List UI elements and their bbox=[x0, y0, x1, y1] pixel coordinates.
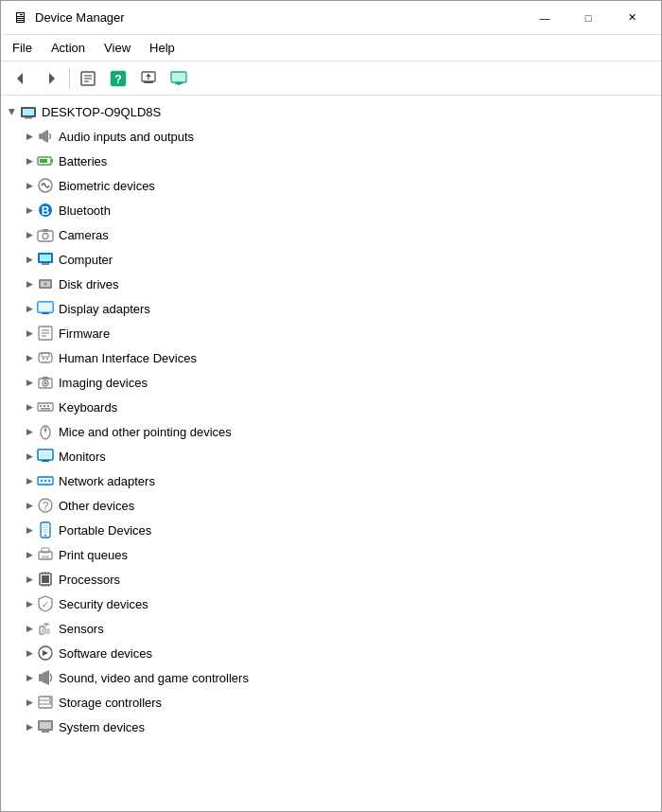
expand-arrow: ▶ bbox=[22, 252, 37, 267]
back-button[interactable] bbox=[7, 65, 35, 92]
help-button[interactable]: ? bbox=[104, 65, 132, 92]
close-button[interactable]: ✕ bbox=[610, 3, 653, 33]
svg-rect-95 bbox=[40, 722, 51, 729]
svg-rect-54 bbox=[47, 405, 49, 407]
forward-button[interactable] bbox=[37, 65, 65, 92]
minimize-button[interactable]: — bbox=[523, 3, 566, 33]
update-icon bbox=[140, 70, 157, 87]
item-label: System devices bbox=[59, 720, 145, 734]
tree-item[interactable]: ▶ Print queues bbox=[1, 542, 661, 567]
tree-item[interactable]: ▶ Sound, video and game controllers bbox=[1, 665, 661, 690]
tree-item[interactable]: ▶ B Bluetooth bbox=[1, 198, 661, 222]
svg-rect-60 bbox=[40, 451, 51, 458]
item-label: Print queues bbox=[59, 548, 128, 562]
tree-item[interactable]: ▶ Storage controllers bbox=[1, 690, 661, 715]
svg-rect-32 bbox=[42, 263, 49, 265]
tree-item[interactable]: ▶ Batteries bbox=[1, 149, 661, 173]
svg-rect-85 bbox=[42, 628, 50, 634]
device-manager-window: 🖥 Device Manager — □ ✕ File Action View … bbox=[0, 0, 662, 812]
svg-text:?: ? bbox=[114, 72, 122, 86]
svg-point-58 bbox=[44, 429, 47, 432]
item-label: Sound, video and game controllers bbox=[59, 671, 249, 685]
svg-point-64 bbox=[41, 480, 43, 482]
tree-item[interactable]: ▶ Audio inputs and outputs bbox=[1, 124, 661, 149]
expand-arrow: ▶ bbox=[22, 670, 37, 685]
monitor-button[interactable] bbox=[165, 65, 193, 92]
svg-rect-22 bbox=[40, 159, 47, 163]
tree-item[interactable]: ▶ Imaging devices bbox=[1, 370, 661, 395]
tree-item[interactable]: ▶ Network adapters bbox=[1, 468, 661, 493]
audio-icon bbox=[37, 128, 54, 145]
tree-item[interactable]: ▶ Mice and other pointing devices bbox=[1, 419, 661, 444]
svg-rect-48 bbox=[43, 377, 48, 380]
tree-item[interactable]: ▶ ? Other devices bbox=[1, 493, 661, 518]
expand-arrow: ▶ bbox=[22, 596, 37, 611]
update-driver-button[interactable] bbox=[134, 65, 163, 92]
expand-arrow: ▶ bbox=[22, 473, 37, 488]
tree-item[interactable]: ▶ Monitors bbox=[1, 444, 661, 468]
tree-item[interactable]: ▶ ✓ Security devices bbox=[1, 591, 661, 616]
item-label: Portable Devices bbox=[59, 523, 151, 538]
expand-arrow: ▶ bbox=[22, 276, 37, 291]
software-icon bbox=[37, 644, 54, 662]
menu-view[interactable]: View bbox=[96, 39, 138, 57]
tree-item[interactable]: ▶ Processors bbox=[1, 567, 661, 591]
item-label: Computer bbox=[59, 253, 113, 267]
svg-point-92 bbox=[49, 697, 51, 699]
svg-rect-55 bbox=[41, 408, 50, 410]
toolbar: ? bbox=[1, 62, 661, 96]
tree-item[interactable]: ▶ Human Interface Devices bbox=[1, 345, 661, 370]
window-controls: — □ ✕ bbox=[523, 3, 653, 33]
expand-arrow: ▶ bbox=[22, 424, 37, 439]
item-label: Mice and other pointing devices bbox=[59, 425, 232, 439]
tree-item[interactable]: ▶ Sensors bbox=[1, 616, 661, 641]
properties-icon bbox=[79, 70, 96, 87]
svg-rect-23 bbox=[51, 159, 53, 163]
tree-item[interactable]: ▶ Display adapters bbox=[1, 296, 661, 321]
tree-item[interactable]: ▶ Software devices bbox=[1, 641, 661, 665]
tree-root[interactable]: ▶ DESKTOP-O9QLD8S bbox=[1, 99, 661, 124]
camera-icon bbox=[37, 226, 54, 243]
tree-item[interactable]: ▶ System devices bbox=[1, 715, 661, 739]
svg-rect-76 bbox=[42, 575, 49, 583]
storage-icon bbox=[37, 694, 54, 711]
back-icon bbox=[13, 71, 28, 86]
item-label: Other devices bbox=[59, 499, 134, 513]
svg-marker-1 bbox=[49, 73, 55, 84]
tree-item[interactable]: ▶ Disk drives bbox=[1, 272, 661, 296]
expand-arrow: ▶ bbox=[22, 645, 37, 661]
svg-rect-13 bbox=[171, 72, 186, 82]
properties-button[interactable] bbox=[74, 65, 102, 92]
svg-rect-17 bbox=[23, 109, 34, 115]
device-tree[interactable]: ▶ DESKTOP-O9QLD8S ▶ Audio inputs and out… bbox=[1, 96, 661, 811]
menu-file[interactable]: File bbox=[5, 39, 40, 57]
root-label: DESKTOP-O9QLD8S bbox=[42, 105, 161, 119]
maximize-button[interactable]: □ bbox=[566, 3, 610, 33]
tree-item[interactable]: ▶ Portable Devices bbox=[1, 518, 661, 542]
help-icon: ? bbox=[110, 70, 127, 87]
tree-item[interactable]: ▶ Firmware bbox=[1, 321, 661, 345]
svg-rect-31 bbox=[40, 255, 51, 261]
expand-arrow: ▶ bbox=[22, 350, 37, 365]
svg-text:✓: ✓ bbox=[42, 599, 49, 609]
svg-point-35 bbox=[44, 283, 47, 286]
menu-help[interactable]: Help bbox=[142, 39, 183, 57]
tree-item[interactable]: ▶ Biometric devices bbox=[1, 173, 661, 198]
svg-rect-37 bbox=[38, 302, 53, 312]
computer-icon bbox=[37, 251, 54, 268]
imaging-icon bbox=[37, 374, 54, 391]
item-label: Human Interface Devices bbox=[59, 351, 197, 365]
tree-item[interactable]: ▶ Cameras bbox=[1, 222, 661, 247]
monitor-icon bbox=[170, 70, 187, 87]
network-icon bbox=[37, 472, 54, 489]
menu-action[interactable]: Action bbox=[44, 39, 93, 57]
tree-item[interactable]: ▶ Computer bbox=[1, 247, 661, 272]
item-label: Keyboards bbox=[59, 400, 117, 415]
toolbar-separator-1 bbox=[69, 68, 70, 89]
mouse-icon bbox=[37, 423, 54, 440]
expand-arrow: ▶ bbox=[22, 449, 37, 464]
item-label: Security devices bbox=[59, 597, 148, 611]
expand-arrow: ▶ bbox=[22, 572, 37, 587]
tree-item[interactable]: ▶ Keyboards bbox=[1, 395, 661, 419]
svg-rect-53 bbox=[44, 405, 45, 407]
